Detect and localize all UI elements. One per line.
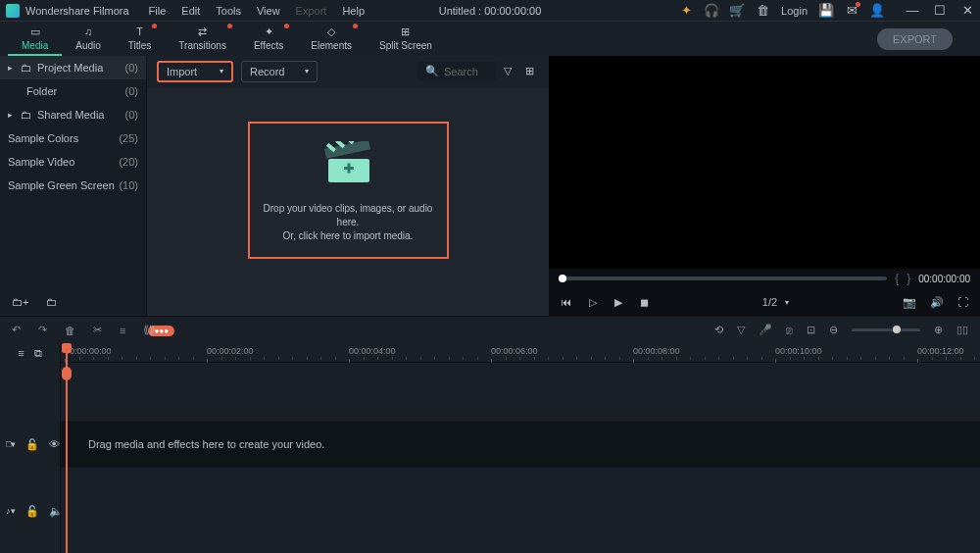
record-label: Record (250, 66, 284, 77)
preview-timecode: 00:00:00:00 (918, 274, 970, 284)
maximize-button[interactable]: ☐ (933, 4, 947, 18)
sidebar-item-sample-video[interactable]: Sample Video(20) (0, 150, 146, 174)
zoom-out-icon[interactable]: ⊖ (829, 324, 838, 336)
menu-file[interactable]: File (141, 5, 174, 17)
svg-rect-3 (348, 164, 351, 174)
undo-button[interactable]: ↶ (12, 324, 21, 336)
stop-button[interactable]: ◼ (640, 296, 649, 309)
folder-icon[interactable]: 🗀 (46, 296, 57, 308)
trash-icon[interactable]: 🗑 (756, 4, 769, 18)
snapshot-icon[interactable]: 📷 (903, 296, 916, 309)
visibility-icon[interactable]: 👁 (49, 438, 60, 450)
tab-elements[interactable]: ◇Elements (297, 22, 366, 56)
import-dropzone[interactable]: Drop your video clips, images, or audio … (248, 122, 449, 259)
timeline-menu-icon[interactable]: ≡ (18, 347, 24, 359)
sidebar-label: Project Media (37, 62, 103, 74)
ruler-mark: 00:00:06:00 (491, 346, 538, 356)
item-count: (0) (125, 85, 138, 97)
sidebar-item-sample-colors[interactable]: Sample Colors(25) (0, 126, 146, 150)
search-placeholder: Search (444, 66, 478, 77)
item-count: (20) (119, 156, 138, 168)
tab-split-screen[interactable]: ⊞Split Screen (366, 22, 446, 56)
sidebar-item-sample-green-screen[interactable]: Sample Green Screen(10) (0, 174, 146, 197)
main-video-track[interactable]: Drag media and effects here to create yo… (61, 422, 980, 467)
menu-tools[interactable]: Tools (208, 5, 249, 17)
minimize-button[interactable]: — (906, 4, 919, 18)
zoom-slider[interactable] (852, 328, 920, 331)
item-count: (0) (125, 62, 138, 74)
delete-button[interactable]: 🗑 (65, 325, 75, 336)
record-dropdown[interactable]: Record ▾ (241, 61, 318, 82)
export-button[interactable]: EXPORT (877, 28, 953, 50)
voiceover-icon[interactable]: 🎤 (759, 324, 772, 336)
tab-audio[interactable]: ♫Audio (62, 22, 115, 56)
save-icon[interactable]: 💾 (819, 4, 833, 18)
lock-icon[interactable]: 🔓 (25, 505, 39, 518)
snap-icon[interactable]: ⊡ (807, 324, 815, 336)
preview-quality[interactable]: 1/2 (762, 296, 777, 308)
zoom-in-icon[interactable]: ⊕ (934, 324, 943, 336)
menu-help[interactable]: Help (334, 5, 372, 17)
import-label: Import (167, 66, 197, 77)
edit-tool-icon[interactable]: ⟪⟫ (143, 324, 155, 335)
fullscreen-icon[interactable]: ⛶ (957, 296, 968, 308)
menu-edit[interactable]: Edit (173, 5, 208, 17)
chevron-down-icon[interactable]: ▾ (785, 298, 789, 307)
audio-track[interactable] (61, 467, 980, 512)
folder-icon: 🗀 (21, 62, 32, 74)
mail-icon[interactable]: ✉ (845, 4, 858, 18)
tab-effects[interactable]: ✦Effects (240, 22, 297, 56)
marker-icon[interactable]: ▽ (737, 324, 745, 336)
premium-icon[interactable]: ✦ (679, 4, 693, 18)
audio-track-icon[interactable]: ♪▾ (6, 506, 16, 516)
grid-view-icon[interactable]: ⊞ (525, 65, 539, 77)
sidebar-item-project-media[interactable]: ▸🗀Project Media(0) (0, 56, 146, 79)
login-button[interactable]: Login (781, 5, 808, 17)
mark-in-icon[interactable]: { (895, 272, 899, 285)
link-icon[interactable]: ⧉ (34, 347, 42, 360)
sidebar-item-folder[interactable]: Folder(0) (0, 79, 146, 103)
zoom-fit-icon[interactable]: ▯▯ (956, 324, 968, 336)
tab-transitions[interactable]: ⇄Transitions (165, 22, 240, 56)
track-settings-icon[interactable]: □▾ (6, 439, 16, 449)
cart-icon[interactable]: 🛒 (730, 4, 744, 18)
tab-icon: T (132, 25, 148, 38)
mark-out-icon[interactable]: } (906, 272, 910, 285)
lock-icon[interactable]: 🔓 (25, 438, 39, 451)
play-button[interactable]: ▷ (589, 296, 597, 309)
play-forward-button[interactable]: ▶ (614, 296, 622, 309)
track-hint-text: Drag media and effects here to create yo… (88, 438, 324, 450)
list-icon[interactable]: ≡ (120, 325, 125, 336)
filter-icon[interactable]: ▽ (504, 65, 517, 77)
split-button[interactable]: ✂ (93, 324, 102, 336)
close-button[interactable]: ✕ (960, 4, 974, 18)
redo-button[interactable]: ↷ (38, 324, 47, 336)
user-icon[interactable]: 👤 (870, 4, 884, 18)
search-input[interactable]: 🔍 Search (417, 62, 496, 80)
mixer-icon[interactable]: ⎚ (786, 325, 793, 336)
dropzone-text-2: Or, click here to import media. (260, 229, 437, 243)
menu-view[interactable]: View (249, 5, 288, 17)
sidebar-item-shared-media[interactable]: ▸🗀Shared Media(0) (0, 103, 146, 126)
timeline-track[interactable] (61, 363, 980, 422)
volume-icon[interactable]: 🔊 (930, 296, 944, 309)
playhead[interactable] (66, 343, 68, 553)
ruler-mark: 00:00:12:00 (917, 346, 964, 356)
tab-label: Split Screen (379, 40, 432, 51)
tab-media[interactable]: ▭Media (8, 22, 62, 56)
preview-viewport[interactable] (549, 56, 980, 269)
render-icon[interactable]: ⟲ (714, 324, 723, 336)
folder-icon: 🗀 (21, 109, 32, 121)
tab-titles[interactable]: TTitles (115, 22, 166, 56)
tab-label: Elements (311, 40, 352, 51)
timeline-ruler[interactable]: 00:00:00:0000:00:02:0000:00:04:0000:00:0… (61, 343, 980, 363)
chevron-down-icon: ▾ (220, 67, 223, 75)
new-folder-icon[interactable]: 🗀+ (12, 296, 28, 308)
preview-scrubber[interactable] (559, 276, 887, 280)
item-count: (0) (125, 109, 138, 121)
import-dropdown[interactable]: Import ▾ (157, 61, 233, 82)
clapboard-icon (318, 141, 377, 184)
prev-frame-button[interactable]: ⏮ (561, 296, 571, 308)
headset-icon[interactable]: 🎧 (705, 4, 718, 18)
tab-icon: ▭ (27, 25, 43, 38)
